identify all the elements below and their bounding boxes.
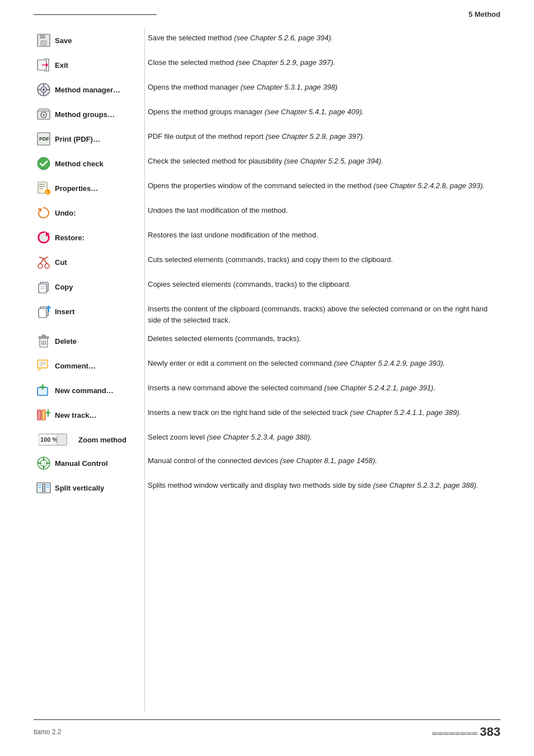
icon-label-zoom-method: 100 %▲▼Zoom method: [36, 432, 127, 447]
svg-rect-2: [41, 41, 46, 45]
icon-cell-restore: Restore:: [34, 226, 146, 250]
svg-rect-54: [42, 410, 45, 420]
table-row: CutCuts selected elements (commands, tra…: [34, 250, 500, 275]
page-header: 5 Method: [0, 0, 534, 18]
svg-rect-73: [46, 484, 49, 486]
icon-label-method-groups: Method groups…: [36, 106, 115, 122]
icon-label-save: Save: [36, 32, 72, 48]
label-properties: Properties…: [55, 184, 98, 193]
table-row: Undo:Undoes the last modification of the…: [34, 201, 500, 226]
desc-cell-cut: Cuts selected elements (commands, tracks…: [146, 250, 500, 275]
svg-rect-40: [39, 337, 49, 338]
label-print-pdf: Print (PDF)…: [55, 135, 100, 143]
desc-cell-print-pdf: PDF file output of the method report (se…: [146, 127, 500, 152]
header-rule: [34, 14, 157, 15]
icon-cell-method-check: Method check: [34, 152, 146, 176]
zoom-icon: 100 %▲▼: [36, 432, 75, 447]
svg-rect-72: [38, 487, 41, 488]
icon-cell-copy: Copy: [34, 275, 146, 300]
desc-cell-comment: Newly enter or edit a comment on the sel…: [146, 354, 500, 379]
desc-cell-zoom-method: Select zoom level (see Chapter 5.2.3.4, …: [146, 428, 500, 451]
desc-cell-exit: Close the selected method (see Chapter 5…: [146, 53, 500, 78]
desc-cell-insert: Inserts the content of the clipboard (co…: [146, 300, 500, 329]
svg-point-11: [43, 88, 45, 91]
label-cut: Cut: [55, 258, 67, 267]
label-restore: Restore:: [55, 234, 85, 242]
svg-line-28: [40, 259, 44, 264]
desc-cell-delete: Deletes selected elements (commands, tra…: [146, 329, 500, 354]
label-method-check: Method check: [55, 160, 104, 168]
split-vertically-icon: [36, 480, 51, 496]
exit-icon: [36, 57, 51, 73]
table-row: New command…Inserts a new command above …: [34, 379, 500, 403]
desc-cell-undo: Undoes the last modification of the meth…: [146, 201, 500, 226]
icon-label-method-manager: Method manager…: [36, 82, 120, 97]
icon-label-delete: Delete: [36, 333, 77, 349]
svg-rect-74: [46, 487, 49, 488]
label-method-groups: Method groups…: [55, 110, 115, 119]
icon-cell-print-pdf: PDFPrint (PDF)…: [34, 127, 146, 152]
page-footer: tiamo 2.2 ════════ 383: [34, 719, 500, 739]
icon-label-method-check: Method check: [36, 156, 104, 171]
method-check-icon: [36, 156, 51, 171]
icon-cell-properties: iProperties…: [34, 176, 146, 201]
icon-cell-exit: Exit: [34, 53, 146, 78]
icon-cell-zoom-method: 100 %▲▼Zoom method: [34, 428, 146, 451]
label-copy: Copy: [55, 283, 73, 291]
table-row: Comment…Newly enter or edit a comment on…: [34, 354, 500, 379]
icon-label-print-pdf: PDFPrint (PDF)…: [36, 131, 100, 147]
icon-label-copy: Copy: [36, 279, 73, 295]
app-name: tiamo 2.2: [34, 728, 61, 736]
icon-label-properties: iProperties…: [36, 180, 98, 196]
table-row: Method checkCheck the selected method fo…: [34, 152, 500, 176]
insert-icon: [36, 304, 51, 319]
table-row: DeleteDeletes selected elements (command…: [34, 329, 500, 354]
properties-icon: i: [36, 180, 51, 196]
svg-point-18: [38, 157, 50, 170]
section-title: 5 Method: [469, 10, 500, 18]
icon-label-comment: Comment…: [36, 358, 96, 374]
svg-rect-53: [38, 410, 41, 420]
label-comment: Comment…: [55, 362, 96, 370]
icon-cell-comment: Comment…: [34, 354, 146, 379]
label-new-track: New track…: [55, 411, 96, 419]
icon-label-insert: Insert: [36, 304, 74, 319]
svg-rect-22: [39, 188, 43, 189]
svg-rect-1: [40, 34, 45, 39]
icon-cell-delete: Delete: [34, 329, 146, 354]
table-row: Split verticallySplits method window ver…: [34, 476, 500, 501]
desc-cell-manual-control: Manual control of the connected devices …: [146, 451, 500, 476]
table-row: ExitClose the selected method (see Chapt…: [34, 53, 500, 78]
icon-label-manual-control: Manual Control: [36, 455, 108, 471]
icon-cell-insert: Insert: [34, 300, 146, 329]
items-table: SaveSave the selected method (see Chapte…: [34, 29, 500, 501]
desc-cell-method-groups: Opens the method groups manager (see Cha…: [146, 102, 500, 127]
svg-rect-13: [39, 109, 49, 111]
svg-point-15: [43, 114, 45, 116]
label-split-vertically: Split vertically: [55, 484, 104, 492]
svg-rect-41: [42, 335, 45, 337]
icon-label-restore: Restore:: [36, 230, 85, 245]
restore-icon: [36, 230, 51, 245]
content-area: SaveSave the selected method (see Chapte…: [0, 29, 534, 501]
label-insert: Insert: [55, 307, 74, 316]
table-row: Method groups…Opens the method groups ma…: [34, 102, 500, 127]
page-number-area: ════════ 383: [432, 725, 500, 739]
desc-cell-method-manager: Opens the method manager (see Chapter 5.…: [146, 78, 500, 102]
page-number: 383: [480, 725, 500, 739]
page: 5 Method SaveSave the selected method (s…: [0, 0, 534, 756]
icon-label-undo: Undo:: [36, 205, 76, 221]
icon-cell-new-command: New command…: [34, 379, 146, 403]
icon-label-exit: Exit: [36, 57, 68, 73]
icon-cell-cut: Cut: [34, 250, 146, 275]
desc-cell-copy: Copies selected elements (commands, trac…: [146, 275, 500, 300]
column-divider: [144, 28, 145, 711]
table-row: CopyCopies selected elements (commands, …: [34, 275, 500, 300]
method-groups-icon: [36, 106, 51, 122]
svg-rect-37: [39, 309, 46, 318]
svg-point-26: [38, 264, 43, 268]
footer-dashes: ════════: [432, 729, 478, 738]
label-method-manager: Method manager…: [55, 86, 120, 94]
desc-cell-save: Save the selected method (see Chapter 5.…: [146, 29, 500, 53]
manual-control-icon: [36, 455, 51, 471]
